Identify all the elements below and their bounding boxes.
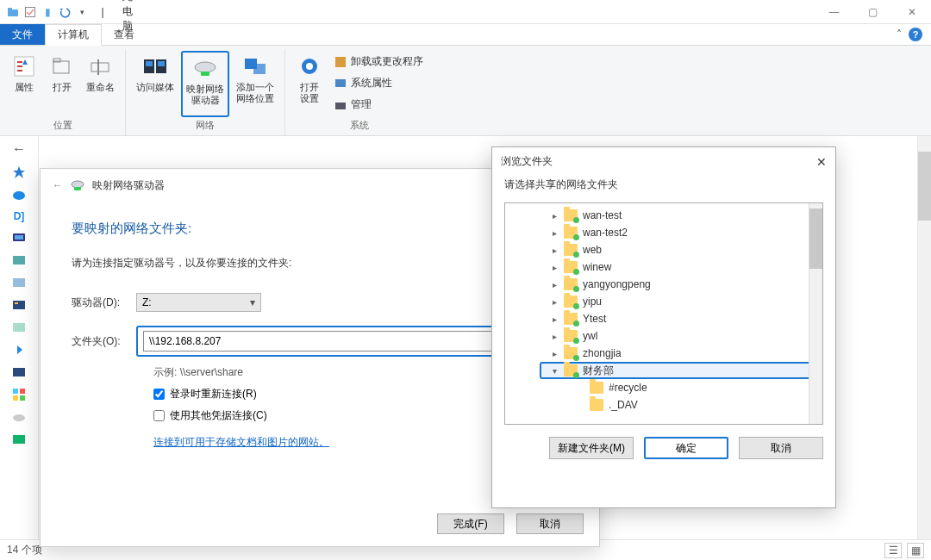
scrollbar[interactable] bbox=[917, 136, 931, 539]
properties-button[interactable]: 属性 bbox=[7, 51, 41, 117]
tab-file[interactable]: 文件 bbox=[0, 24, 45, 45]
svg-rect-0 bbox=[8, 9, 18, 16]
shared-folder-icon bbox=[564, 261, 578, 273]
help-icon[interactable]: ? bbox=[909, 28, 922, 41]
tree-node[interactable]: ▸ywl bbox=[514, 327, 822, 345]
separator: | bbox=[97, 6, 109, 18]
open-settings-button[interactable]: 打开 设置 bbox=[292, 51, 327, 117]
browse-close-button[interactable]: ✕ bbox=[816, 155, 827, 169]
reconnect-checkbox[interactable] bbox=[153, 389, 165, 400]
network-drive-icon bbox=[70, 177, 85, 193]
tree-twist-icon[interactable]: ▸ bbox=[548, 246, 560, 255]
system-properties-button[interactable]: 系统属性 bbox=[330, 74, 427, 92]
tree-twist-icon[interactable]: ▸ bbox=[548, 280, 560, 289]
drive-label: 驱动器(D): bbox=[72, 296, 136, 310]
collapse-ribbon-icon[interactable]: ˄ bbox=[897, 28, 902, 40]
tree-twist-icon[interactable]: ▾ bbox=[548, 366, 560, 376]
browse-folder-dialog: 浏览文件夹 ✕ 请选择共享的网络文件夹 ▸wan-test▸wan-test2▸… bbox=[491, 146, 836, 508]
tree-node-label: wan-test bbox=[581, 209, 622, 221]
new-folder-button[interactable]: 新建文件夹(M) bbox=[549, 437, 634, 459]
sidebar-item-icon[interactable] bbox=[12, 276, 26, 289]
tree-node[interactable]: ▸zhongjia bbox=[514, 345, 822, 362]
svg-rect-13 bbox=[201, 72, 209, 76]
sidebar-item-icon[interactable] bbox=[12, 388, 26, 401]
tree-node[interactable]: ▸winew bbox=[514, 258, 822, 276]
view-large-icons-button[interactable]: ▦ bbox=[907, 543, 924, 558]
nav-back-button[interactable]: ← bbox=[12, 141, 26, 157]
tree-node[interactable]: ._DAV bbox=[514, 396, 822, 414]
undo-icon[interactable] bbox=[59, 6, 71, 18]
tree-twist-icon[interactable]: ▸ bbox=[548, 349, 560, 358]
manage-icon bbox=[334, 98, 347, 112]
wizard-back-button[interactable]: ← bbox=[53, 179, 63, 191]
ribbon-tabs: 文件 计算机 查看 ˄ ? bbox=[0, 24, 931, 46]
rename-button[interactable]: 重命名 bbox=[83, 51, 118, 117]
other-credentials-checkbox[interactable] bbox=[153, 410, 165, 421]
tree-node-label: zhongjia bbox=[581, 347, 622, 359]
tree-node[interactable]: #recycle bbox=[514, 379, 822, 396]
folder-label: 文件夹(O): bbox=[72, 334, 136, 349]
svg-rect-19 bbox=[335, 79, 346, 87]
tree-twist-icon[interactable]: ▸ bbox=[548, 263, 560, 272]
sidebar-item-icon[interactable] bbox=[12, 410, 26, 424]
tree-node[interactable]: ▸Ytest bbox=[514, 310, 822, 327]
svg-rect-37 bbox=[74, 187, 81, 190]
folder-icon[interactable]: ▮ bbox=[41, 6, 53, 18]
sidebar-onedrive-icon[interactable] bbox=[12, 188, 26, 202]
tree-twist-icon[interactable]: ▸ bbox=[548, 332, 560, 341]
browse-cancel-button[interactable]: 取消 bbox=[739, 437, 823, 459]
group-label-location: 位置 bbox=[7, 117, 118, 134]
tree-node-label: wan-test2 bbox=[581, 227, 628, 239]
close-button[interactable]: ✕ bbox=[892, 0, 931, 24]
svg-rect-24 bbox=[13, 256, 25, 264]
tree-node[interactable]: ▸wan-test bbox=[514, 207, 822, 224]
view-details-button[interactable]: ☰ bbox=[884, 543, 902, 558]
sidebar-item-icon[interactable] bbox=[12, 432, 26, 446]
svg-rect-28 bbox=[13, 323, 25, 332]
ok-button[interactable]: 确定 bbox=[644, 437, 728, 459]
tab-computer[interactable]: 计算机 bbox=[45, 24, 102, 46]
shared-folder-icon bbox=[564, 244, 578, 256]
add-network-location-button[interactable]: 添加一个 网络位置 bbox=[233, 51, 278, 117]
svg-rect-30 bbox=[13, 389, 18, 394]
sidebar-item-icon[interactable] bbox=[12, 320, 26, 334]
shared-folder-icon bbox=[564, 313, 578, 325]
minimize-button[interactable]: — bbox=[815, 0, 853, 24]
shared-folder-icon bbox=[564, 296, 578, 308]
sidebar-item-icon[interactable] bbox=[12, 298, 26, 312]
manage-button[interactable]: 管理 bbox=[330, 96, 427, 114]
tree-twist-icon[interactable]: ▸ bbox=[548, 297, 560, 307]
checkbox-icon[interactable] bbox=[24, 6, 36, 18]
sidebar-d-item[interactable]: D] bbox=[14, 210, 25, 222]
map-network-drive-button[interactable]: 映射网络 驱动器 bbox=[181, 51, 229, 117]
cancel-button[interactable]: 取消 bbox=[516, 513, 584, 534]
tree-node[interactable]: ▸yangyongpeng bbox=[514, 276, 822, 293]
sidebar-thispc-icon[interactable] bbox=[12, 231, 26, 245]
tree-twist-icon[interactable]: ▸ bbox=[548, 211, 560, 221]
drive-select[interactable]: Z: bbox=[136, 293, 261, 312]
open-button[interactable]: 打开 bbox=[45, 51, 79, 117]
tree-twist-icon[interactable]: ▸ bbox=[548, 314, 560, 324]
sidebar-quick-access-icon[interactable] bbox=[12, 165, 26, 179]
tree-node-label: winew bbox=[581, 261, 611, 273]
sidebar-item-icon[interactable] bbox=[12, 343, 26, 357]
sidebar-item-icon[interactable] bbox=[12, 253, 26, 267]
status-item-count: 14 个项 bbox=[7, 543, 42, 557]
folder-input[interactable] bbox=[143, 331, 492, 352]
tab-view[interactable]: 查看 bbox=[102, 24, 147, 45]
tree-node-label: yipu bbox=[581, 296, 602, 308]
browse-instruction: 请选择共享的网络文件夹 bbox=[492, 176, 835, 202]
access-media-button[interactable]: 访问媒体 bbox=[133, 51, 178, 117]
tree-node[interactable]: ▾财务部 bbox=[540, 362, 817, 379]
svg-rect-31 bbox=[20, 389, 25, 394]
sidebar-item-icon[interactable] bbox=[12, 365, 26, 379]
maximize-button[interactable]: ▢ bbox=[853, 0, 892, 24]
tree-node[interactable]: ▸wan-test2 bbox=[514, 224, 822, 241]
finish-button[interactable]: 完成(F) bbox=[437, 513, 504, 534]
tree-scrollbar[interactable] bbox=[809, 203, 822, 424]
tree-node[interactable]: ▸yipu bbox=[514, 293, 822, 310]
tree-twist-icon[interactable]: ▸ bbox=[548, 228, 560, 238]
tree-node[interactable]: ▸web bbox=[514, 241, 822, 258]
reconnect-label: 登录时重新连接(R) bbox=[170, 387, 257, 401]
uninstall-programs-button[interactable]: 卸载或更改程序 bbox=[330, 53, 427, 71]
